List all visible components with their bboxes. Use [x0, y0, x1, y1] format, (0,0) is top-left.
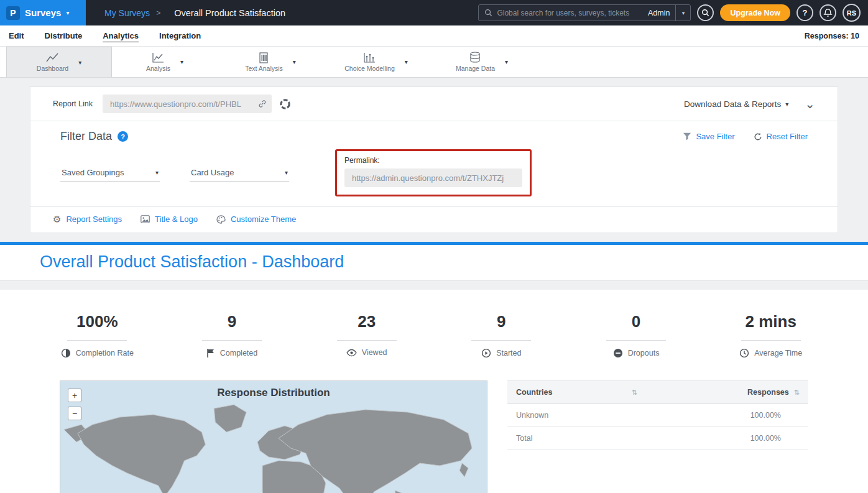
card-usage-select[interactable]: Card Usage ▾ [190, 164, 289, 182]
responses-count[interactable]: Responses: 10 [805, 32, 859, 40]
chevron-down-icon[interactable]: ▾ [78, 59, 81, 66]
filter-header: Filter Data ? Save Filter Reset Filter [60, 130, 808, 143]
surveys-product-menu[interactable]: P Surveys ▾ [0, 0, 86, 25]
search-input[interactable] [497, 9, 642, 17]
map-title: Response Distribution [60, 387, 487, 399]
topbar-actions: Admin ▾ Upgrade Now ? RS [478, 4, 868, 22]
filter-data-title: Filter Data [60, 130, 112, 143]
chevron-down-icon[interactable]: ▾ [180, 58, 183, 65]
responses-cell: 100.00% [646, 427, 808, 450]
dashboard-title-band: Overall Product Satisfaction - Dashboard [0, 245, 868, 281]
saved-groupings-select[interactable]: Saved Groupings ▾ [60, 164, 160, 182]
stat-label: Viewed [362, 348, 387, 357]
tab-distribute[interactable]: Distribute [45, 31, 83, 40]
stat-label: Dropouts [628, 349, 660, 357]
search-scope[interactable]: Admin [642, 9, 675, 17]
countries-header-label: Countries [516, 388, 552, 397]
save-filter-button[interactable]: Save Filter [683, 132, 734, 141]
country-cell: Unknown [507, 404, 646, 427]
divider [337, 340, 397, 341]
toolbar-dashboard-main: Dashboard [37, 52, 68, 72]
text-document-icon [257, 52, 270, 63]
toolbar-item-dashboard[interactable]: Dashboard ▾ [6, 47, 112, 77]
countries-column-header[interactable]: Countries ⇅ [507, 381, 646, 404]
product-name: Surveys [25, 7, 61, 18]
chevron-down-icon[interactable]: ▾ [293, 58, 296, 65]
report-link-field [103, 94, 272, 113]
filter-data-section: Filter Data ? Save Filter Reset Filter S… [30, 121, 838, 206]
sort-icon[interactable]: ⇅ [632, 389, 637, 397]
user-avatar[interactable]: RS [843, 4, 861, 22]
choice-modelling-icon [362, 52, 376, 63]
customize-theme-button[interactable]: Customize Theme [216, 214, 296, 224]
stat-value: 9 [228, 312, 236, 331]
toolbar-item-manage-data[interactable]: Manage Data ▾ [429, 47, 535, 77]
stat-meta: Average Time [739, 348, 802, 358]
toolbar-item-label: Manage Data [456, 65, 495, 72]
search-icon [701, 9, 709, 17]
search-scope-dropdown[interactable]: ▾ [675, 5, 690, 21]
stat-value: 23 [358, 312, 376, 331]
search-icon [484, 9, 492, 17]
stat-label: Completion Rate [76, 349, 134, 357]
divider [471, 340, 531, 341]
notifications-button[interactable] [820, 4, 836, 21]
report-link-label: Report Link [53, 99, 93, 108]
report-link-input[interactable] [103, 94, 272, 113]
database-icon [469, 52, 481, 63]
world-map[interactable] [60, 403, 487, 493]
stat-value: 2 mins [746, 312, 796, 331]
responses-column-header[interactable]: Responses ⇅ [646, 381, 808, 404]
upgrade-now-button[interactable]: Upgrade Now [720, 4, 790, 21]
toolbar-item-label: Choice Modelling [344, 65, 395, 72]
stat-meta: Completed [206, 348, 257, 358]
pie-chart-icon[interactable] [279, 98, 291, 110]
help-button[interactable]: ? [796, 4, 813, 21]
tab-analytics[interactable]: Analytics [103, 31, 139, 40]
play-circle-icon [481, 348, 491, 358]
download-label: Download Data & Reports [684, 99, 781, 109]
stat-viewed: 23 Viewed [299, 312, 434, 358]
toolbar-item-analysis[interactable]: Analysis ▾ [112, 47, 218, 77]
stat-label: Started [496, 349, 521, 357]
report-settings-label: Report Settings [66, 214, 122, 224]
permalink-input[interactable] [344, 168, 522, 187]
toolbar-item-text-analysis[interactable]: Text Analysis ▾ [218, 47, 323, 77]
filter-controls-row: Saved Groupings ▾ Card Usage ▾ Permalink… [60, 149, 808, 196]
global-search: Admin ▾ [478, 4, 691, 21]
zoom-out-button[interactable]: − [68, 407, 81, 420]
download-data-reports-menu[interactable]: Download Data & Reports ▾ [684, 99, 788, 109]
bell-icon [823, 8, 833, 17]
help-icon[interactable]: ? [118, 131, 128, 142]
report-settings-button[interactable]: ⚙ Report Settings [53, 214, 122, 224]
chevron-down-icon[interactable]: ▾ [505, 58, 508, 65]
zoom-in-button[interactable]: + [68, 389, 81, 402]
search-button[interactable] [697, 4, 714, 21]
tab-edit[interactable]: Edit [9, 31, 24, 40]
customize-theme-label: Customize Theme [231, 214, 296, 224]
permalink-highlight-box: Permalink: [335, 149, 532, 196]
tab-integration[interactable]: Integration [159, 31, 201, 40]
analysis-chart-icon [151, 52, 165, 63]
collapse-panel-chevron-icon[interactable]: ⌄ [805, 101, 815, 107]
breadcrumb[interactable]: My Surveys [104, 8, 150, 18]
divider [202, 340, 262, 341]
link-icon[interactable] [258, 99, 267, 108]
toolbar-choice-modelling-main: Choice Modelling [344, 52, 395, 72]
refresh-icon [754, 132, 762, 141]
minus-circle-icon [613, 348, 623, 358]
title-logo-button[interactable]: Title & Logo [141, 214, 198, 224]
stat-label: Average Time [754, 349, 802, 357]
stat-meta: Viewed [346, 348, 387, 357]
permalink-label: Permalink: [344, 156, 522, 165]
table-header-row: Countries ⇅ Responses ⇅ [507, 381, 808, 404]
sort-icon[interactable]: ⇅ [794, 389, 800, 397]
stat-value: 9 [497, 312, 506, 331]
chevron-down-icon[interactable]: ▾ [405, 58, 408, 65]
flag-icon [206, 348, 215, 358]
table-row: Total 100.00% [507, 427, 808, 450]
eye-icon [346, 349, 357, 357]
stat-meta: Started [481, 348, 521, 358]
reset-filter-button[interactable]: Reset Filter [754, 132, 808, 141]
toolbar-item-choice-modelling[interactable]: Choice Modelling ▾ [323, 47, 429, 77]
